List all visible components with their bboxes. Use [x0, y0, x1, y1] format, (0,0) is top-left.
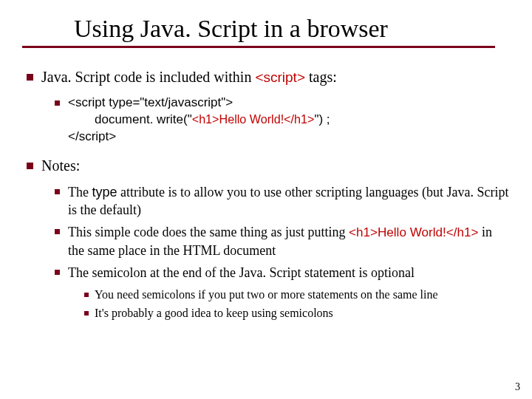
- code-example-list: <script type="text/javascript"> document…: [52, 95, 510, 146]
- note-type-code: type: [92, 185, 117, 200]
- note-semicolon-sub2: It's probably a good idea to keep using …: [81, 306, 510, 321]
- code-close-tag: </script>: [68, 129, 116, 143]
- slide: Using Java. Script in a browser Java. Sc…: [0, 0, 532, 399]
- slide-title: Using Java. Script in a browser: [74, 15, 510, 46]
- title-wrap: Using Java. Script in a browser: [22, 15, 510, 46]
- note-semicolon-text: The semicolon at the end of the Java. Sc…: [68, 265, 415, 280]
- note-simple-code-span: <h1>Hello World!</h1>: [349, 225, 479, 239]
- notes-list: The type attribute is to allow you to us…: [52, 183, 510, 321]
- code-example: <script type="text/javascript"> document…: [52, 95, 510, 146]
- note-semicolon: The semicolon at the end of the Java. Sc…: [52, 264, 510, 321]
- intro-code: <script>: [255, 69, 305, 85]
- note-simple-code: This simple code does the same thing as …: [52, 223, 510, 259]
- code-open-tag: <script type="text/javascript">: [68, 95, 233, 109]
- note-simple-before: This simple code does the same thing as …: [68, 225, 349, 239]
- note-type-after: attribute is to allow you to use other s…: [68, 185, 508, 217]
- content-list: Java. Script code is included within <sc…: [22, 67, 510, 321]
- page-number: 3: [515, 381, 520, 393]
- notes-label: Notes:: [41, 157, 80, 174]
- semicolon-sublist: You need semicolons if you put two or mo…: [81, 287, 510, 321]
- code-block: <script type="text/javascript"> document…: [68, 95, 510, 146]
- intro-text-before: Java. Script code is included within: [41, 69, 255, 85]
- code-body-prefix: document. write(": [95, 112, 192, 126]
- bullet-intro: Java. Script code is included within <sc…: [22, 67, 510, 146]
- bullet-notes: Notes: The type attribute is to allow yo…: [22, 156, 510, 321]
- code-body-html: <h1>Hello World!</h1>: [192, 112, 315, 126]
- note-type-attr: The type attribute is to allow you to us…: [52, 183, 510, 219]
- note-type-before: The: [68, 185, 92, 200]
- intro-text-after: tags:: [305, 69, 337, 85]
- note-semicolon-sub1: You need semicolons if you put two or mo…: [81, 287, 510, 303]
- code-body-line: document. write("<h1>Hello World!</h1>")…: [68, 112, 510, 129]
- title-underline: [22, 46, 495, 48]
- code-body-suffix: ") ;: [314, 112, 330, 126]
